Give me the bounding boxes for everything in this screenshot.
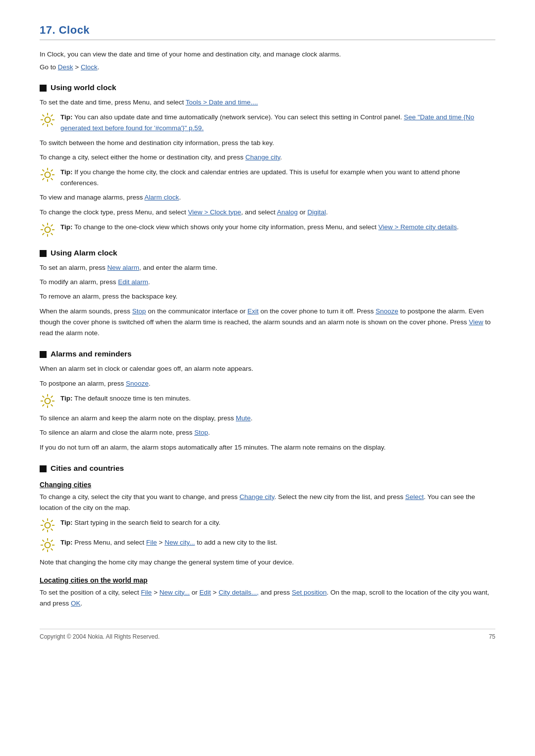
subsection-changing-cities-header: Changing cities [40,481,495,489]
mute-link[interactable]: Mute [236,414,251,422]
clock-link[interactable]: Clock [81,63,98,71]
section-alarms-reminders-header: Alarms and reminders [40,350,495,358]
tip-cc1: Tip: Start typing in the search field to… [40,517,495,533]
ac-para4: When the alarm sounds, press Stop on the… [40,306,495,339]
svg-line-42 [51,529,53,531]
tip-sun-icon [40,112,55,128]
svg-line-7 [51,115,53,117]
desk-link[interactable]: Desk [58,63,73,71]
svg-line-51 [51,549,53,551]
snooze-link1[interactable]: Snooze [375,307,398,315]
page-title: 17. Clock [40,24,495,40]
svg-line-33 [51,404,53,406]
tip-wc2: Tip: If you change the home city, the cl… [40,167,495,188]
svg-line-41 [43,520,45,522]
stop-link2[interactable]: Stop [194,429,208,436]
svg-line-34 [51,396,53,398]
view-remote-link[interactable]: View > Remote city details [378,223,457,231]
wc-para5: To change the clock type, press Menu, an… [40,207,495,218]
nav-goto: Go to Desk > Clock. [40,62,495,73]
change-city-link2[interactable]: Change city [239,493,274,501]
tip-wc3-text: Tip: To change to the one-clock view whi… [60,222,459,233]
alarm-clock-link[interactable]: Alarm clock [145,194,179,201]
svg-line-52 [51,540,53,542]
footer-copyright: Copyright © 2004 Nokia. All Rights Reser… [40,633,160,640]
svg-line-17 [43,178,45,180]
new-alarm-link[interactable]: New alarm [107,264,140,271]
section-world-clock-header: Using world clock [40,83,495,92]
select-link[interactable]: Select [405,493,424,501]
analog-link[interactable]: Analog [277,208,298,216]
section-alarm-clock-title: Using Alarm clock [51,249,117,257]
tools-date-link[interactable]: Tools > Date and time.... [186,99,258,106]
edit-alarm-link[interactable]: Edit alarm [118,278,148,286]
wc-para4: To view and manage alarms, press Alarm c… [40,192,495,203]
ac-para2: To modify an alarm, press Edit alarm. [40,277,495,288]
intro-para1: In Clock, you can view the date and time… [40,49,495,60]
svg-line-50 [43,540,45,542]
svg-line-16 [51,170,53,172]
ok-link[interactable]: OK [71,600,81,607]
svg-line-44 [43,529,45,531]
svg-line-35 [43,404,45,406]
ar-para5: If you do not turn off an alarm, the ala… [40,442,495,453]
wc-para2: To switch between the home and destinati… [40,138,495,149]
svg-line-6 [51,123,53,125]
digital-link[interactable]: Digital [307,208,326,216]
wc-para1: To set the date and time, press Menu, an… [40,97,495,108]
edit-link[interactable]: Edit [200,589,211,596]
tip-sun-icon3 [40,222,55,238]
view-link1[interactable]: View [469,318,483,326]
cc-para2: Note that changing the home city may cha… [40,557,495,568]
svg-line-8 [43,123,45,125]
date-time-ref-link[interactable]: See "Date and time {No generated text be… [60,113,474,132]
ar-para4: To silence an alarm and close the alarm … [40,427,495,438]
new-city-link2[interactable]: New city... [160,589,190,596]
tip-wc2-text: Tip: If you change the home city, the cl… [60,167,495,188]
section-bullet [40,85,47,92]
stop-link1[interactable]: Stop [132,307,146,315]
ac-para1: To set an alarm, press New alarm, and en… [40,262,495,273]
svg-point-45 [45,543,51,548]
view-clock-type-link[interactable]: View > Clock type [188,208,241,216]
svg-line-53 [43,549,45,551]
tip-sun-icon2 [40,167,55,183]
tip-wc1: Tip: You can also update date and time a… [40,112,495,133]
tip-sun-icon4 [40,393,55,409]
svg-line-23 [43,224,45,226]
set-position-link[interactable]: Set position [292,589,327,596]
snooze-link2[interactable]: Snooze [126,380,149,387]
ar-para3: To silence an alarm and keep the alarm n… [40,413,495,424]
section-alarm-clock-header: Using Alarm clock [40,249,495,257]
svg-line-14 [43,170,45,172]
section-cities-title: Cities and countries [51,464,124,473]
tip-cc2-text: Tip: Press Menu, and select File > New c… [60,537,277,548]
svg-point-36 [45,523,51,528]
subsection-locating-cities-header: Locating cities on the world map [40,576,495,584]
file-link2[interactable]: File [141,589,152,596]
tip-sun-icon5 [40,517,55,533]
page-footer: Copyright © 2004 Nokia. All Rights Reser… [40,629,495,640]
cc-para1: To change a city, select the city that y… [40,492,495,514]
tip-sun-icon6 [40,537,55,553]
svg-line-25 [51,224,53,226]
section-bullet4 [40,465,47,472]
ar-para1: When an alarm set in clock or calendar g… [40,363,495,374]
exit-link[interactable]: Exit [247,307,259,315]
subsection-locating-cities-title: Locating cities on the world map [40,576,495,584]
subsection-changing-cities-title: Changing cities [40,481,495,489]
section-world-clock-title: Using world clock [51,83,116,92]
city-details-link[interactable]: City details..., [218,589,259,596]
svg-point-27 [45,399,51,404]
file-link1[interactable]: File [146,539,157,546]
svg-point-0 [45,117,51,123]
lc-para1: To set the position of a city, select Fi… [40,587,495,609]
section-alarms-reminders-title: Alarms and reminders [51,350,132,358]
tip-ar1: Tip: The default snooze time is ten minu… [40,393,495,409]
tip-cc1-text: Tip: Start typing in the search field to… [60,517,220,528]
svg-point-18 [45,227,51,232]
change-city-link1[interactable]: Change city [245,153,280,161]
svg-line-5 [43,115,45,117]
new-city-link1[interactable]: New city... [164,539,195,546]
ar-para2: To postpone an alarm, press Snooze. [40,378,495,389]
